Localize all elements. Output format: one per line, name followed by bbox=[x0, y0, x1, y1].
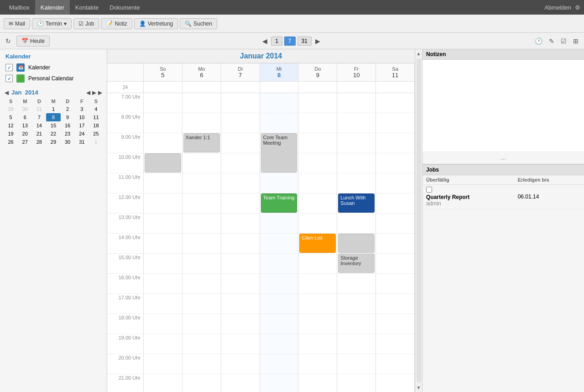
mini-cal-day[interactable]: 15 bbox=[46, 121, 60, 130]
abmelden-label[interactable]: Abmelden bbox=[544, 4, 571, 11]
event-xander[interactable]: Xander 1:1 bbox=[183, 133, 220, 152]
hour-slot[interactable] bbox=[376, 93, 414, 113]
mini-cal-next-year[interactable]: ▶ bbox=[91, 89, 97, 96]
hour-slot[interactable] bbox=[182, 153, 221, 173]
hour-slot[interactable] bbox=[182, 193, 221, 214]
hour-slot[interactable] bbox=[260, 374, 298, 392]
nav-kontakte[interactable]: Kontakte bbox=[70, 0, 104, 15]
hour-slot[interactable] bbox=[182, 113, 221, 133]
hour-slot[interactable] bbox=[221, 153, 260, 173]
week-day-header-mo[interactable]: Mo6 bbox=[182, 63, 221, 81]
hour-slot[interactable] bbox=[337, 173, 375, 193]
hour-slot[interactable] bbox=[221, 193, 260, 214]
mini-cal-day[interactable]: 18 bbox=[89, 121, 103, 130]
mini-cal-day[interactable]: 27 bbox=[18, 138, 32, 146]
hour-slot[interactable] bbox=[144, 214, 182, 234]
event-fr-gray1[interactable] bbox=[338, 234, 375, 253]
mini-cal-day[interactable]: 29 bbox=[4, 105, 18, 113]
nav-dokumente[interactable]: Dokumente bbox=[104, 0, 145, 15]
mini-cal-day[interactable]: 31 bbox=[75, 138, 89, 146]
hour-slot[interactable] bbox=[260, 294, 298, 314]
hour-slot[interactable] bbox=[221, 254, 260, 274]
mini-cal-day[interactable]: 19 bbox=[4, 130, 18, 138]
mini-cal-day[interactable]: 8 bbox=[46, 113, 60, 121]
edit-icon-btn[interactable]: ✎ bbox=[547, 37, 556, 46]
hour-slot[interactable] bbox=[298, 153, 337, 173]
today-button[interactable]: 📅 Heute bbox=[16, 36, 50, 47]
hour-slot[interactable] bbox=[376, 334, 414, 354]
scroll-up-button[interactable]: ▲ bbox=[415, 49, 423, 58]
prev-period-button[interactable]: ◀ bbox=[261, 37, 269, 46]
hour-slot[interactable] bbox=[337, 113, 375, 133]
mini-cal-day[interactable]: 2 bbox=[61, 105, 75, 113]
hour-slot[interactable] bbox=[298, 334, 337, 354]
event-team-training[interactable]: Team Training bbox=[261, 193, 297, 213]
hour-slot[interactable] bbox=[182, 254, 221, 274]
hour-slot[interactable] bbox=[182, 274, 221, 294]
kalender-checkbox[interactable] bbox=[5, 64, 13, 71]
hour-slot[interactable] bbox=[260, 254, 298, 274]
hour-slot[interactable] bbox=[298, 173, 337, 193]
hour-slot[interactable] bbox=[221, 93, 260, 113]
mini-cal-day[interactable]: 5 bbox=[4, 113, 18, 121]
job-button[interactable]: ☑ Job bbox=[73, 18, 99, 29]
hour-slot[interactable] bbox=[182, 93, 221, 113]
hour-slot[interactable] bbox=[182, 314, 221, 334]
hour-slot[interactable] bbox=[182, 334, 221, 354]
mini-cal-day[interactable]: 22 bbox=[46, 130, 60, 138]
hour-slot[interactable] bbox=[221, 354, 260, 374]
month-view-button[interactable]: 31 bbox=[297, 37, 312, 46]
job-checkbox[interactable] bbox=[426, 187, 432, 193]
hour-slot[interactable] bbox=[260, 173, 298, 193]
hour-slot[interactable] bbox=[144, 274, 182, 294]
mini-cal-day[interactable]: 9 bbox=[61, 113, 75, 121]
scroll-down-button[interactable]: ▼ bbox=[415, 383, 423, 392]
hour-slot[interactable] bbox=[376, 254, 414, 274]
mini-cal-day[interactable]: 21 bbox=[32, 130, 46, 138]
mini-cal-day[interactable]: 11 bbox=[89, 113, 103, 121]
hour-slot[interactable] bbox=[221, 374, 260, 392]
hour-slot[interactable] bbox=[221, 274, 260, 294]
hour-slot[interactable] bbox=[376, 133, 414, 153]
hour-slot[interactable] bbox=[298, 193, 337, 214]
hour-slot[interactable] bbox=[144, 294, 182, 314]
hour-slot[interactable] bbox=[298, 274, 337, 294]
hour-slot[interactable] bbox=[337, 93, 375, 113]
hour-slot[interactable] bbox=[221, 294, 260, 314]
hour-slot[interactable] bbox=[376, 153, 414, 173]
mini-cal-day[interactable]: 26 bbox=[4, 138, 18, 146]
hour-slot[interactable] bbox=[298, 214, 337, 234]
mini-cal-day[interactable]: 1 bbox=[89, 138, 103, 146]
hour-slot[interactable] bbox=[376, 193, 414, 214]
hour-slot[interactable] bbox=[376, 274, 414, 294]
personal-checkbox[interactable] bbox=[5, 75, 13, 82]
week-day-header-mi[interactable]: Mi8 bbox=[260, 63, 299, 81]
hour-slot[interactable] bbox=[221, 334, 260, 354]
hour-slot[interactable] bbox=[260, 93, 298, 113]
mini-cal-day[interactable]: 16 bbox=[61, 121, 75, 130]
hour-slot[interactable] bbox=[144, 193, 182, 214]
week-day-header-sa[interactable]: Sa11 bbox=[376, 63, 415, 81]
hour-slot[interactable] bbox=[182, 294, 221, 314]
nav-mailbox[interactable]: Mailbox bbox=[4, 0, 35, 15]
mini-cal-day[interactable]: 13 bbox=[18, 121, 32, 130]
settings-icon[interactable]: ⚙ bbox=[575, 4, 580, 11]
mini-cal-day[interactable]: 14 bbox=[32, 121, 46, 130]
week-day-header-so[interactable]: So5 bbox=[144, 63, 182, 81]
notes-ellipsis-btn[interactable]: ... bbox=[500, 153, 507, 162]
hour-slot[interactable] bbox=[337, 274, 375, 294]
hour-slot[interactable] bbox=[298, 113, 337, 133]
hour-slot[interactable] bbox=[260, 113, 298, 133]
hour-slot[interactable] bbox=[376, 294, 414, 314]
hour-slot[interactable] bbox=[144, 314, 182, 334]
mini-cal-day[interactable]: 6 bbox=[18, 113, 32, 121]
hour-slot[interactable] bbox=[182, 173, 221, 193]
hour-slot[interactable] bbox=[298, 374, 337, 392]
refresh-button[interactable]: ↻ bbox=[4, 37, 13, 46]
personal-cal-item[interactable]: 🌿 Personal Calendar bbox=[5, 74, 101, 83]
hour-slot[interactable] bbox=[337, 334, 375, 354]
hour-slot[interactable] bbox=[221, 133, 260, 153]
vertretung-button[interactable]: 👤 Vertretung bbox=[134, 18, 178, 29]
hour-slot[interactable] bbox=[376, 173, 414, 193]
mini-cal-day[interactable]: 30 bbox=[18, 105, 32, 113]
